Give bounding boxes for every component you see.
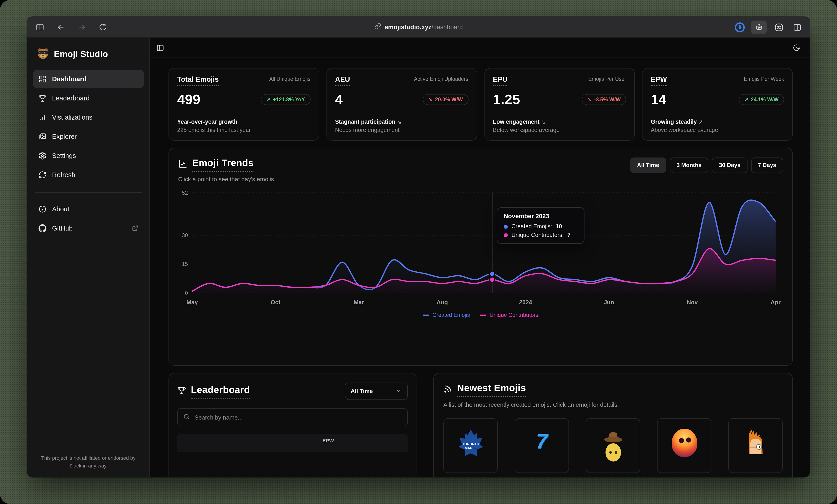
- github-icon: [38, 224, 47, 232]
- svg-text:15: 15: [182, 261, 188, 267]
- sidebar-item-settings[interactable]: Settings: [33, 146, 144, 165]
- maple-leaf-logo: TORONTO MAPLE: [457, 429, 485, 461]
- newest-emojis-subtitle: A list of the most recently created emoj…: [443, 401, 783, 408]
- stat-footnote: Below workspace average: [493, 127, 626, 133]
- trend-mini-icon: ↘: [397, 119, 402, 125]
- sidebar-item-label: Settings: [52, 152, 76, 159]
- tooltip-label: Unique Contributors:: [512, 232, 564, 238]
- stat-card-epu: EPU Emojis Per User 1.25 ↘-3.5% W/W Low …: [484, 68, 635, 141]
- robot-extension-icon[interactable]: [751, 20, 767, 34]
- search-icon: [183, 413, 190, 421]
- sidebar-item-label: Dashboard: [52, 75, 87, 83]
- leaderboard-table-header: EPW: [177, 434, 408, 452]
- reload-button[interactable]: [97, 21, 109, 33]
- split-view-icon[interactable]: [791, 21, 803, 33]
- extensions-settings-icon[interactable]: [773, 21, 785, 33]
- emoji-tile-fry[interactable]: [728, 418, 783, 473]
- trophy-icon: [38, 94, 47, 102]
- tooltip-title: November 2023: [504, 213, 577, 220]
- dashboard-grid-icon: [38, 75, 47, 83]
- range-button-30-days[interactable]: 30 Days: [712, 158, 748, 173]
- trend-up-icon: ↗: [744, 96, 748, 103]
- refresh-icon: [38, 171, 47, 179]
- chart-title: Emoji Trends: [192, 158, 254, 172]
- stat-card-aeu: AEU Active Emoji Uploaders 4 ↘20.0% W/W …: [326, 68, 477, 141]
- emoji-tile-toronto-maple-leafs[interactable]: TORONTO MAPLE: [443, 418, 498, 473]
- stat-card-total-emojis: Total Emojis All Unique Emojis 499 ↗+121…: [168, 68, 319, 141]
- sidebar-item-explorer[interactable]: Explorer: [33, 127, 144, 146]
- sidebar-item-leaderboard[interactable]: Leaderboard: [33, 89, 144, 107]
- bar-chart-icon: [38, 113, 47, 122]
- trend-badge: ↗24.1% W/W: [738, 94, 784, 105]
- link-icon: [374, 23, 381, 32]
- range-button-all-time[interactable]: All Time: [630, 158, 666, 173]
- fire-face-art: [672, 429, 697, 457]
- svg-text:0: 0: [185, 290, 188, 296]
- legend-label: Unique Contributors: [489, 312, 538, 318]
- sidebar-item-dashboard[interactable]: Dashboard: [33, 70, 144, 88]
- trend-badge: ↘-3.5% W/W: [582, 94, 626, 105]
- emoji-tile-cowboy[interactable]: [586, 418, 640, 473]
- app-title: Emoji Studio: [54, 49, 108, 59]
- trend-chart-svg[interactable]: 0153052MayOctMarAug2024JunNovApr: [178, 189, 783, 310]
- back-button[interactable]: [55, 21, 67, 33]
- leaderboard-search[interactable]: [177, 408, 408, 426]
- trend-badge: ↗+121.8% YoY: [261, 94, 310, 105]
- stat-value: 14: [651, 92, 666, 107]
- svg-text:30: 30: [182, 232, 188, 238]
- stat-subtitle: All Unique Emojis: [269, 75, 310, 82]
- created-emojis-dot: [504, 224, 508, 229]
- chart-subtitle: Click a point to see that day's emojis.: [178, 176, 275, 183]
- tooltip-value: 7: [567, 232, 571, 238]
- svg-text:MAPLE: MAPLE: [465, 446, 477, 450]
- chart-tooltip: November 2023 Created Emojis:10 Unique C…: [497, 207, 585, 244]
- sidebar-toggle-icon[interactable]: [34, 21, 46, 33]
- browser-titlebar: emojistudio.xyz/dashboard: [28, 17, 809, 38]
- cowboy-emoji-art: [599, 429, 627, 462]
- leaderboard-time-select[interactable]: All Time: [345, 382, 408, 400]
- emoji-tile-fire-face[interactable]: [657, 418, 711, 473]
- stat-footnote: Above workspace average: [651, 127, 784, 133]
- collapse-sidebar-icon[interactable]: [156, 43, 164, 52]
- external-link-icon: [132, 225, 138, 232]
- trend-plot[interactable]: 0153052MayOctMarAug2024JunNovApr Novembe…: [178, 189, 783, 310]
- leaderboard-title: Leaderboard: [191, 384, 250, 398]
- legend-label: Created Emojis: [432, 312, 470, 318]
- svg-text:Aug: Aug: [437, 299, 448, 305]
- stat-value: 1.25: [493, 92, 520, 107]
- trophy-icon: [177, 386, 186, 397]
- stat-card-epw: EPW Emojis Per Week 14 ↗24.1% W/W Growin…: [642, 68, 793, 141]
- stat-footnote: 225 emojis this time last year: [177, 127, 310, 133]
- trend-badge: ↘20.0% W/W: [423, 94, 468, 105]
- trend-mini-icon: ↘: [541, 119, 546, 125]
- sidebar-item-refresh[interactable]: Refresh: [33, 166, 144, 184]
- leaderboard-card: Leaderboard All Time: [168, 373, 416, 477]
- stat-value: 499: [177, 92, 200, 107]
- sidebar-item-about[interactable]: About: [33, 200, 144, 218]
- stats-row: Total Emojis All Unique Emojis 499 ↗+121…: [168, 68, 793, 141]
- legend-dash-unique: [480, 314, 486, 316]
- sidebar-item-github[interactable]: GitHub: [33, 219, 144, 237]
- address-bar[interactable]: emojistudio.xyz/dashboard: [374, 23, 463, 32]
- sidebar-item-visualizations[interactable]: Visualizations: [33, 108, 144, 126]
- info-icon: [38, 205, 47, 213]
- stat-caption: Stagnant participation: [335, 119, 395, 125]
- search-input[interactable]: [195, 414, 402, 421]
- dark-mode-moon-icon[interactable]: [793, 44, 800, 52]
- legend-dash-created: [423, 314, 429, 316]
- chevron-down-icon: [395, 388, 402, 395]
- select-value: All Time: [351, 388, 373, 394]
- blue-seven-glyph: 7: [536, 429, 548, 472]
- sidebar-disclaimer: This project is not affiliated or endors…: [33, 454, 144, 470]
- emoji-tile-blue-seven[interactable]: 7: [515, 418, 569, 473]
- tooltip-label: Created Emojis:: [512, 223, 552, 230]
- gear-icon: [38, 151, 47, 160]
- newest-emojis-card: Newest Emojis A list of the most recentl…: [433, 373, 793, 477]
- column-header-epw: EPW: [322, 438, 334, 443]
- forward-button[interactable]: [76, 21, 88, 33]
- newest-emoji-row: TORONTO MAPLE 7: [443, 418, 783, 473]
- range-button-3-months[interactable]: 3 Months: [670, 158, 709, 173]
- app-logo-bear-icon: [37, 47, 49, 61]
- onepassword-icon[interactable]: [735, 22, 745, 32]
- range-button-7-days[interactable]: 7 Days: [751, 158, 783, 173]
